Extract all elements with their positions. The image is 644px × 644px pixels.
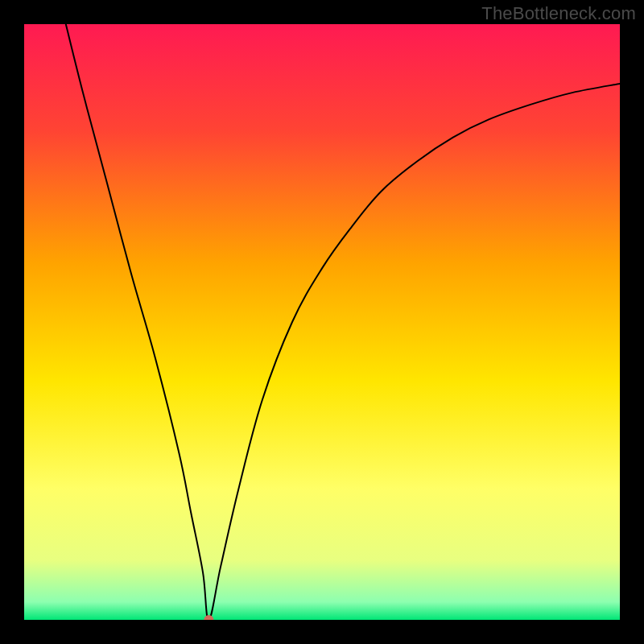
gradient-background	[24, 24, 620, 620]
watermark-text: TheBottleneck.com	[481, 3, 636, 24]
plot-area	[24, 24, 620, 620]
chart-frame: TheBottleneck.com	[0, 0, 644, 644]
chart-svg	[24, 24, 620, 620]
